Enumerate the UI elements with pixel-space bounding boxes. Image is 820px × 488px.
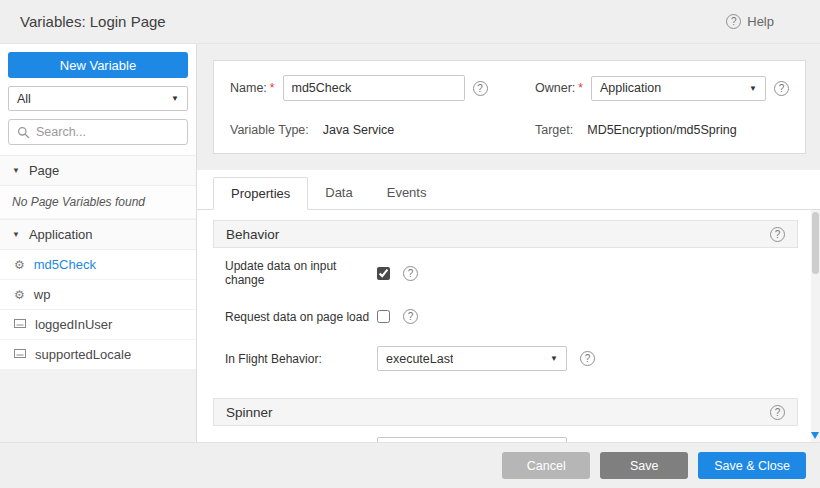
- properties-panel: Behavior Update data on input change Req…: [197, 210, 820, 442]
- tree-section-page-label: Page: [29, 163, 59, 178]
- tree-section-page[interactable]: ▼ Page: [0, 155, 196, 186]
- behavior-section: Behavior Update data on input change Req…: [213, 220, 798, 382]
- variable-item-md5check[interactable]: ⚙ md5Check: [0, 250, 196, 280]
- inflight-selected-value: executeLast: [386, 352, 453, 366]
- owner-label-text: Owner:: [535, 81, 575, 95]
- variable-item-label: supportedLocale: [35, 347, 131, 362]
- variables-dialog: Variables: Login Page Help New Variable …: [0, 0, 820, 488]
- variable-item-label: loggedInUser: [35, 317, 112, 332]
- request-data-label: Request data on page load: [225, 310, 377, 324]
- variable-item-label: md5Check: [34, 257, 96, 272]
- dialog-footer: Cancel Save Save & Close: [0, 442, 820, 488]
- variable-item-supportedlocale[interactable]: supportedLocale: [0, 340, 196, 370]
- request-data-row: Request data on page load: [213, 298, 798, 335]
- name-label: Name: *: [230, 81, 275, 95]
- new-variable-button[interactable]: New Variable: [8, 52, 188, 78]
- update-data-label: Update data on input change: [225, 259, 377, 287]
- save-button[interactable]: Save: [600, 452, 688, 479]
- inflight-behavior-select[interactable]: executeLast ▼: [377, 346, 567, 371]
- update-data-row: Update data on input change: [213, 248, 798, 298]
- required-marker: *: [578, 81, 583, 95]
- widget-icon: [14, 319, 26, 330]
- sidebar-filler: [0, 370, 196, 442]
- gear-icon: ⚙: [14, 289, 25, 301]
- tree-section-application-label: Application: [29, 227, 93, 242]
- gear-icon: ⚙: [14, 259, 25, 271]
- dialog-header: Variables: Login Page Help: [0, 0, 820, 44]
- tab-data[interactable]: Data: [308, 177, 369, 210]
- required-marker: *: [270, 81, 275, 95]
- help-icon: [726, 14, 741, 29]
- update-data-checkbox[interactable]: [377, 267, 390, 280]
- request-data-checkbox[interactable]: [377, 310, 390, 323]
- filter-selected-value: All: [17, 92, 31, 106]
- dialog-body: New Variable All ▼ ▼ Page No Page Variab…: [0, 44, 820, 442]
- tab-properties[interactable]: Properties: [213, 177, 308, 210]
- caret-down-icon: ▼: [550, 354, 558, 363]
- collapse-triangle-icon: ▼: [12, 166, 20, 175]
- update-data-help-icon[interactable]: [403, 266, 418, 281]
- request-data-help-icon[interactable]: [403, 309, 418, 324]
- variable-type-label: Variable Type:: [230, 123, 309, 137]
- section-title: Behavior: [226, 227, 279, 242]
- caret-down-icon: ▼: [171, 94, 179, 103]
- variable-item-label: wp: [34, 287, 51, 302]
- name-input[interactable]: [283, 75, 465, 101]
- name-help-icon[interactable]: [473, 81, 488, 96]
- search-input[interactable]: [36, 125, 179, 139]
- inflight-behavior-label: In Flight Behavior:: [225, 352, 377, 366]
- spinner-section: Spinner Spinner Context: Search Widgets: [213, 398, 798, 442]
- behavior-help-icon[interactable]: [770, 227, 785, 242]
- page-empty-message: No Page Variables found: [0, 186, 196, 219]
- variables-sidebar: New Variable All ▼ ▼ Page No Page Variab…: [0, 44, 197, 442]
- behavior-section-header: Behavior: [213, 220, 798, 248]
- scrollbar-thumb[interactable]: [812, 212, 819, 274]
- cancel-button[interactable]: Cancel: [502, 452, 590, 479]
- spinner-context-select[interactable]: Search Widgets: [377, 437, 567, 442]
- variable-filter-select[interactable]: All ▼: [8, 86, 188, 111]
- variable-detail-panel: Name: * Owner: * Application ▼: [197, 44, 820, 442]
- owner-selected-value: Application: [600, 81, 661, 95]
- variable-type-value: Java Service: [323, 123, 395, 137]
- detail-tabs: Properties Data Events: [197, 170, 820, 210]
- scrollbar[interactable]: [811, 210, 820, 442]
- inflight-behavior-help-icon[interactable]: [580, 351, 595, 366]
- owner-help-icon[interactable]: [774, 81, 789, 96]
- section-title: Spinner: [226, 405, 273, 420]
- help-button[interactable]: Help: [726, 14, 800, 29]
- owner-label: Owner: *: [535, 81, 583, 95]
- caret-down-icon: ▼: [749, 84, 757, 93]
- target-value: MD5Encryption/md5Spring: [587, 123, 736, 137]
- variable-summary-card: Name: * Owner: * Application ▼: [213, 60, 806, 154]
- inflight-behavior-row: In Flight Behavior: executeLast ▼: [213, 335, 798, 382]
- spinner-section-header: Spinner: [213, 398, 798, 426]
- spinner-help-icon[interactable]: [770, 405, 785, 420]
- name-label-text: Name:: [230, 81, 267, 95]
- variable-item-loggedinuser[interactable]: loggedInUser: [0, 310, 196, 340]
- search-box: [8, 119, 188, 145]
- search-icon: [17, 126, 30, 139]
- variable-item-wp[interactable]: ⚙ wp: [0, 280, 196, 310]
- widget-icon: [14, 349, 26, 360]
- owner-select[interactable]: Application ▼: [591, 76, 766, 101]
- tab-events[interactable]: Events: [370, 177, 444, 210]
- tree-section-application[interactable]: ▼ Application: [0, 219, 196, 250]
- page-title: Variables: Login Page: [20, 13, 166, 30]
- collapse-triangle-icon: ▼: [12, 230, 20, 239]
- scrollbar-down-arrow-icon[interactable]: [811, 432, 819, 439]
- save-close-button[interactable]: Save & Close: [698, 452, 806, 479]
- target-label: Target:: [535, 123, 573, 137]
- help-label: Help: [747, 14, 774, 29]
- spinner-context-row: Spinner Context: Search Widgets: [213, 426, 798, 442]
